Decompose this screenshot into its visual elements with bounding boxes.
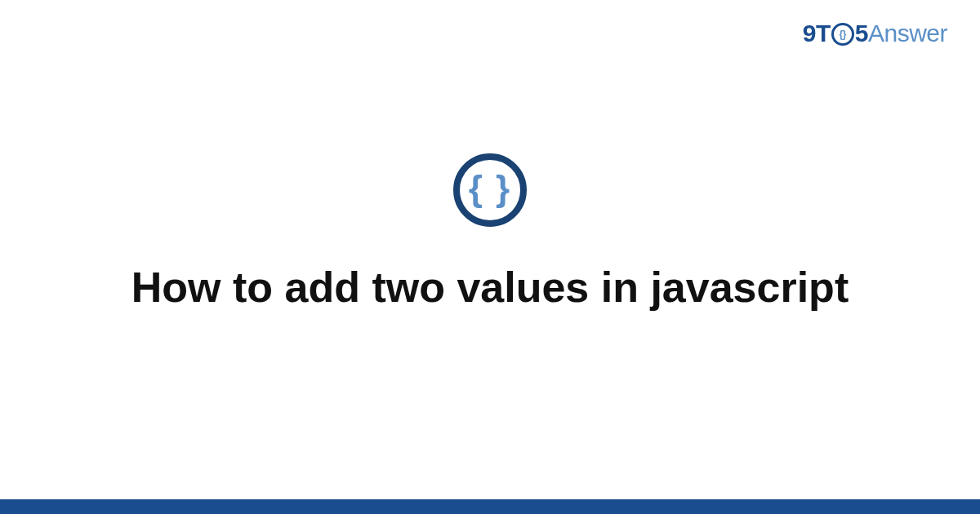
code-braces-icon: { } [453, 153, 527, 227]
braces-glyph: { } [469, 171, 511, 206]
page-title: How to add two values in javascript [131, 261, 849, 314]
main-content: { } How to add two values in javascript [0, 0, 980, 499]
footer-accent-bar [0, 499, 980, 514]
